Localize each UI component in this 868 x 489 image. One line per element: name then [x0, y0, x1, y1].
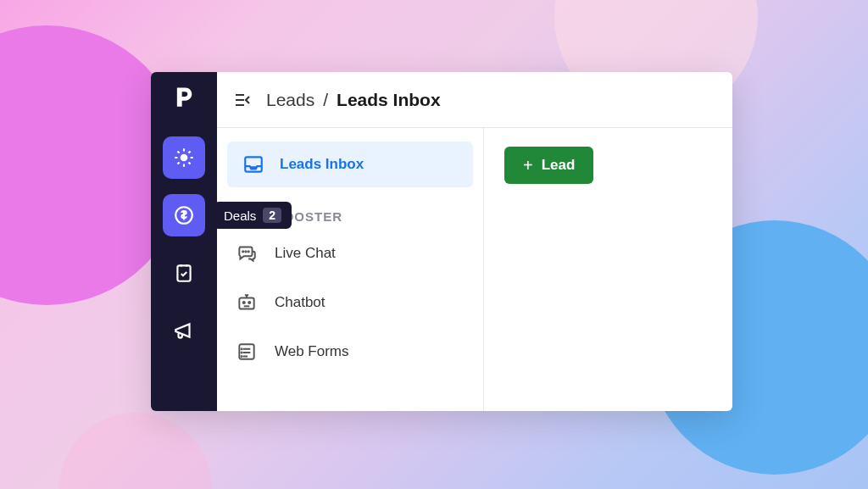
plus-icon: +	[523, 157, 533, 174]
nav-item-label: Web Forms	[275, 343, 349, 360]
bot-icon	[236, 292, 258, 314]
nav-item-live-chat[interactable]: Live Chat	[217, 229, 483, 278]
svg-point-6	[248, 251, 249, 252]
decorative-circle	[59, 413, 212, 489]
header: Leads / Leads Inbox	[217, 72, 732, 128]
nav-item-label: Leads Inbox	[280, 156, 364, 173]
breadcrumb-current: Leads Inbox	[337, 90, 441, 110]
breadcrumb-parent[interactable]: Leads	[266, 90, 314, 110]
main-area: Leads / Leads Inbox Leads Inbox LEADBOOS…	[217, 72, 732, 411]
add-lead-label: Lead	[542, 157, 576, 174]
breadcrumb: Leads / Leads Inbox	[266, 90, 441, 110]
sidebar-item-activities[interactable]	[163, 252, 205, 294]
svg-point-9	[248, 302, 250, 303]
form-icon	[236, 341, 258, 363]
svg-point-12	[242, 353, 242, 353]
svg-rect-7	[239, 298, 253, 309]
svg-point-8	[243, 302, 245, 303]
nav-item-web-forms[interactable]: Web Forms	[217, 327, 483, 376]
chat-icon	[236, 242, 258, 264]
nav-item-label: Chatbot	[275, 294, 326, 311]
svg-point-4	[242, 251, 243, 252]
content-pane: + Lead	[484, 128, 732, 411]
svg-point-5	[245, 251, 246, 252]
nav-item-leads-inbox[interactable]: Leads Inbox	[227, 142, 473, 187]
svg-point-13	[242, 356, 242, 357]
inbox-icon	[242, 153, 264, 175]
app-window: Deals 2 Leads	[151, 72, 732, 411]
primary-sidebar: Deals 2	[151, 72, 217, 411]
sidebar-item-campaigns[interactable]	[163, 309, 205, 352]
collapse-menu-icon[interactable]	[232, 90, 253, 110]
tooltip-label: Deals	[224, 208, 256, 223]
sidebar-item-deals[interactable]: Deals 2	[163, 194, 205, 236]
app-logo[interactable]	[171, 84, 197, 109]
breadcrumb-separator: /	[323, 90, 328, 110]
nav-item-chatbot[interactable]: Chatbot	[217, 278, 483, 327]
tooltip-badge: 2	[263, 208, 281, 223]
secondary-nav: Leads Inbox LEADBOOSTER Live Chat	[217, 128, 484, 411]
add-lead-button[interactable]: + Lead	[504, 147, 593, 184]
nav-item-label: Live Chat	[275, 245, 336, 262]
sidebar-item-leads[interactable]	[163, 136, 205, 179]
svg-point-11	[242, 348, 242, 349]
svg-point-0	[181, 155, 187, 161]
tooltip-deals: Deals 2	[214, 202, 292, 229]
svg-rect-2	[177, 265, 190, 281]
content-row: Leads Inbox LEADBOOSTER Live Chat	[217, 128, 732, 411]
